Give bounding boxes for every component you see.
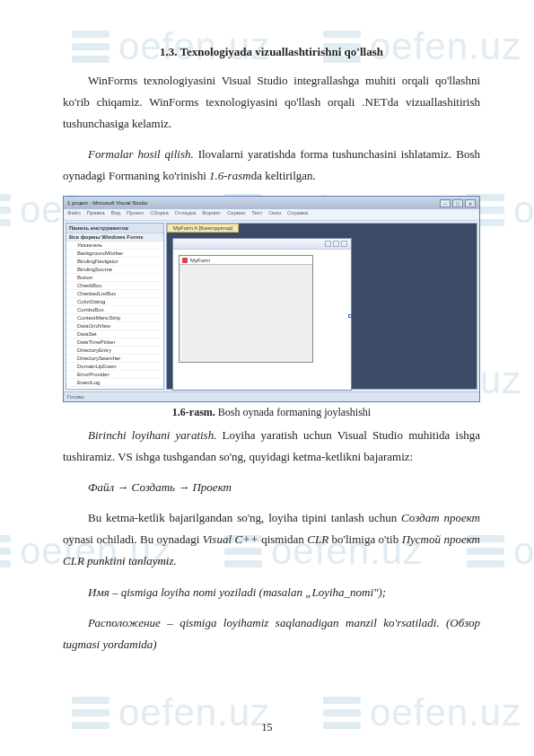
menu-item[interactable]: Тест xyxy=(251,210,262,215)
toolbox-item[interactable]: BindingSource xyxy=(66,266,163,274)
toolbox-panel: Панель инструментов Все формы Windows Fo… xyxy=(66,223,164,390)
figure-screenshot: 1 project - Microsoft Visual Studio – □ … xyxy=(63,196,480,402)
menu-item[interactable]: Проект xyxy=(127,210,144,215)
page-content: 1.3. Texnologiyada vizuallashtirishni qo… xyxy=(0,0,534,700)
toolbox-item[interactable]: DataSet xyxy=(66,330,163,338)
toolbox-header: Панель инструментов xyxy=(66,224,163,233)
maximize-icon[interactable]: □ xyxy=(452,199,463,207)
toolbox-item[interactable]: BackgroundWorker xyxy=(66,250,163,258)
design-surface: MyForm.h [Конструктор] MyForm xyxy=(166,223,477,390)
toolbox-item[interactable]: DirectorySearcher xyxy=(66,355,163,363)
figure-caption: 1.6-rasm. Bosh oynada formaning joylashi… xyxy=(63,406,480,419)
menu-item[interactable]: Формат xyxy=(202,210,221,215)
menu-item[interactable]: Отладка xyxy=(175,210,197,215)
toolbox-item[interactable]: DataGridView xyxy=(66,322,163,330)
winform-preview[interactable]: MyForm xyxy=(179,255,313,363)
vs-menubar: Файл Правка Вид Проект Сборка Отладка Фо… xyxy=(64,209,479,221)
paragraph-3: Birinchi loyihani yaratish. Loyiha yarat… xyxy=(63,425,480,468)
designer-canvas: MyForm xyxy=(172,238,352,391)
form-icon xyxy=(182,258,188,263)
document-tab[interactable]: MyForm.h [Конструктор] xyxy=(167,224,239,233)
toolbox-group[interactable]: Все формы Windows Forms xyxy=(66,233,163,242)
toolbox-item[interactable]: DirectoryEntry xyxy=(66,347,163,355)
menu-item[interactable]: Сервис xyxy=(227,210,246,215)
toolbox-item[interactable]: CheckBox xyxy=(66,282,163,290)
paragraph-2: Formalar hosil qilish. Ilovalarni yarati… xyxy=(63,144,480,187)
toolbox-item[interactable]: ComboBox xyxy=(66,306,163,314)
menu-item[interactable]: Правка xyxy=(86,210,104,215)
toolbox-item[interactable]: ContextMenuStrip xyxy=(66,314,163,322)
toolbox-item[interactable]: CheckedListBox xyxy=(66,290,163,298)
toolbox-item[interactable]: DateTimePicker xyxy=(66,338,163,347)
minimize-icon[interactable]: – xyxy=(440,199,451,207)
resize-handle[interactable] xyxy=(348,314,352,318)
toolbox-item[interactable]: BindingNavigator xyxy=(66,258,163,266)
paragraph-6: Расположение – qismiga loyihamiz saqlana… xyxy=(63,612,480,655)
vs-titlebar: 1 project - Microsoft Visual Studio – □ … xyxy=(64,197,479,209)
paragraph-5: Имя – qismiga loyiha nomi yoziladi (masa… xyxy=(63,582,480,603)
toolbox-item[interactable]: Button xyxy=(66,274,163,282)
paragraph-1: WinForms texnologiyasini Visual Studio i… xyxy=(63,70,480,135)
window-controls: – □ × xyxy=(440,199,476,207)
toolbox-item[interactable]: ColorDialog xyxy=(66,298,163,306)
toolbox-item[interactable]: Указатель xyxy=(66,242,163,250)
toolbox-item[interactable]: DomainUpDown xyxy=(66,363,163,371)
toolbox-item[interactable]: EventLog xyxy=(66,379,163,387)
menu-item[interactable]: Вид xyxy=(110,210,120,215)
toolbox-item[interactable]: ErrorProvider xyxy=(66,371,163,379)
status-bar: Готово xyxy=(64,391,479,401)
menu-item[interactable]: Файл xyxy=(67,210,81,215)
paragraph-4: Bu ketma-ketlik bajarilgandan so'ng, loy… xyxy=(63,507,480,572)
vs-window-title: 1 project - Microsoft Visual Studio xyxy=(67,200,147,206)
menu-item[interactable]: Справка xyxy=(287,210,309,215)
menu-item[interactable]: Сборка xyxy=(150,210,169,215)
form-title-text: MyForm xyxy=(190,258,210,263)
menu-path: Файл → Создать → Проект xyxy=(63,477,480,498)
close-icon[interactable]: × xyxy=(465,199,476,207)
menu-item[interactable]: Окно xyxy=(268,210,281,215)
section-heading: 1.3. Texnologiyada vizuallashtirishni qo… xyxy=(63,45,480,59)
page-number: 15 xyxy=(0,721,534,734)
